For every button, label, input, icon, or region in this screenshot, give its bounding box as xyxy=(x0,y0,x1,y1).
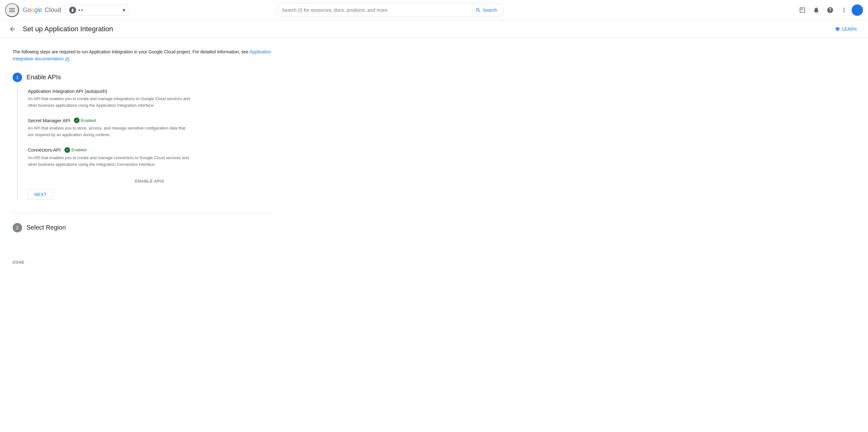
subheader: Set up Application Integration LEARN xyxy=(0,20,868,38)
api-item-header-1: Application Integration API (autopush) xyxy=(28,88,272,94)
step-2-badge: 2 xyxy=(12,223,22,232)
section-2-title: Select Region xyxy=(27,224,66,231)
section-select-region: 2 Select Region xyxy=(12,223,272,232)
page-title: Set up Application Integration xyxy=(23,25,113,33)
main-content: The following steps are required to run … xyxy=(0,38,284,255)
logo-gl: gl xyxy=(34,6,39,13)
check-circle-icon-2: ✓ xyxy=(64,147,70,153)
search-button[interactable]: Search xyxy=(471,5,501,15)
enabled-badge-secret-manager: ✓ Enabled xyxy=(74,117,96,123)
section-enable-apis: 1 Enable APIs Application Integration AP… xyxy=(12,73,272,200)
search-button-label: Search xyxy=(483,7,497,12)
user-avatar[interactable] xyxy=(851,4,863,16)
chevron-down-icon: ▾ xyxy=(122,7,125,13)
next-button[interactable]: NEXT xyxy=(28,189,53,200)
api-description-3: An API that enables you to create and ma… xyxy=(28,155,192,168)
done-label: DONE xyxy=(0,255,868,270)
section-1-title: Enable APIs xyxy=(27,74,61,81)
api-name-1: Application Integration API (autopush) xyxy=(28,88,107,94)
back-button[interactable] xyxy=(7,24,18,34)
api-name-3: Connectors API xyxy=(28,147,61,152)
api-item-header-3: Connectors API ✓ Enabled xyxy=(28,147,272,153)
logo-o1: o xyxy=(27,6,31,13)
section-2-header: 2 Select Region xyxy=(12,223,272,232)
enable-apis-button[interactable]: ENABLE APIS xyxy=(28,177,272,185)
help-button[interactable] xyxy=(824,4,836,17)
enabled-badge-connectors: ✓ Enabled xyxy=(64,147,87,153)
top-navigation: Google Cloud • • ▾ Search xyxy=(0,0,868,20)
project-name: • • xyxy=(79,7,120,12)
svg-point-0 xyxy=(72,8,73,10)
logo-e: e xyxy=(39,6,42,13)
api-description-1: An API that enables you to create and ma… xyxy=(28,96,192,109)
api-item-connectors: Connectors API ✓ Enabled An API that ena… xyxy=(28,147,272,168)
api-description-2: An API that enables you to store, access… xyxy=(28,125,192,138)
api-item-secret-manager: Secret Manager API ✓ Enabled An API that… xyxy=(28,117,272,138)
api-item-header-2: Secret Manager API ✓ Enabled xyxy=(28,117,272,123)
action-row: ENABLE APIS NEXT xyxy=(28,177,272,200)
more-options-button[interactable] xyxy=(838,4,850,17)
notifications-button[interactable] xyxy=(810,4,823,17)
google-cloud-logo[interactable]: Google Cloud xyxy=(23,6,61,13)
api-name-2: Secret Manager API xyxy=(28,118,70,123)
project-avatar xyxy=(69,7,76,13)
intro-text: The following steps are required to run … xyxy=(12,48,272,62)
search-bar: Search xyxy=(276,3,503,17)
check-circle-icon: ✓ xyxy=(74,117,80,123)
learn-button-label: LEARN xyxy=(842,27,857,32)
learn-button[interactable]: LEARN xyxy=(831,25,861,33)
api-list: Application Integration API (autopush) A… xyxy=(17,88,272,200)
step-1-badge: 1 xyxy=(12,73,22,82)
terminal-button[interactable] xyxy=(796,4,809,17)
section-1-header: 1 Enable APIs xyxy=(12,73,272,82)
api-item-application-integration: Application Integration API (autopush) A… xyxy=(28,88,272,109)
section-divider xyxy=(12,212,272,213)
logo-g: G xyxy=(23,6,27,13)
project-selector[interactable]: • • ▾ xyxy=(65,4,128,16)
nav-actions xyxy=(796,4,863,17)
logo-o2: o xyxy=(31,6,34,13)
hamburger-menu-button[interactable] xyxy=(5,3,19,17)
logo-cloud: Cloud xyxy=(45,6,61,13)
search-input[interactable] xyxy=(282,7,469,12)
